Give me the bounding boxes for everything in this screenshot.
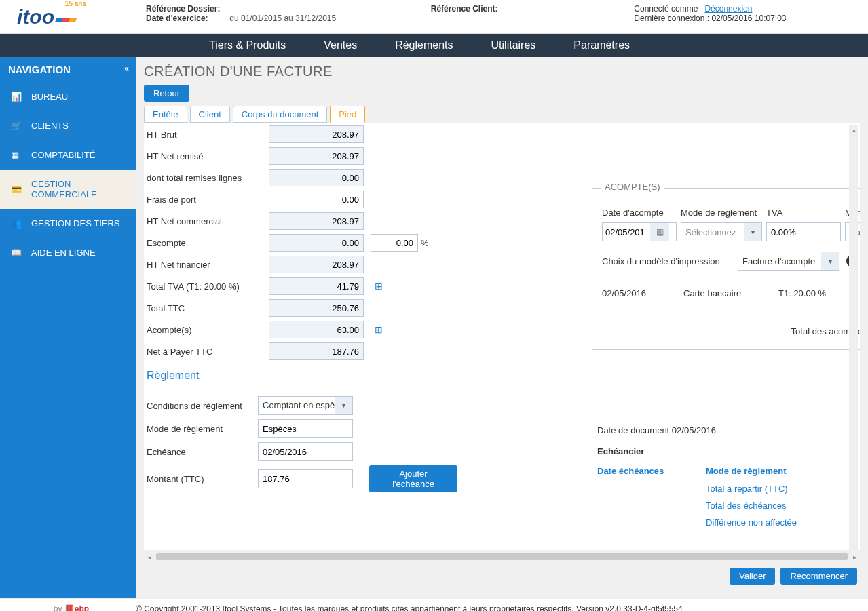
footer-logo: by 📕ebp <box>7 604 136 612</box>
footer: by 📕ebp © Copyright 2001-2013 Itool Syst… <box>0 598 868 611</box>
menu-tiers-produits[interactable]: Tiers & Produits <box>190 34 305 57</box>
cond-label: Conditions de règlement <box>147 401 255 411</box>
chevron-down-icon[interactable]: ▾ <box>744 223 761 241</box>
remises-lignes-label: dont total remises lignes <box>147 170 269 186</box>
ht-net-remise-input <box>269 147 364 165</box>
menu-ventes[interactable]: Ventes <box>305 34 376 57</box>
tabs: Entête Client Corps du document Pied <box>144 106 860 123</box>
scroll-left-icon[interactable]: ◂ <box>144 553 155 561</box>
sidebar-item-gestion-tiers[interactable]: 👥GESTION DES TIERS <box>0 209 136 238</box>
add-echeance-button[interactable]: Ajouter l'échéance <box>369 465 457 492</box>
acomptes-legend: ACOMPTE(S) <box>601 182 664 192</box>
echeance-label: Echéance <box>147 447 255 457</box>
tab-client[interactable]: Client <box>190 106 230 123</box>
acompte-date-input[interactable]: ▦ <box>602 222 677 241</box>
main-menubar: Tiers & Produits Ventes Règlements Utili… <box>0 34 868 57</box>
card-icon: 💳 <box>11 184 22 195</box>
ht-net-fin-label: HT Net financier <box>147 257 269 273</box>
ref-dossier-label: Référence Dossier: <box>146 4 227 14</box>
last-conn-label: Dernière connexion : <box>634 14 709 23</box>
acomptes-fieldset: ACOMPTE(S) Date d'acompte Mode de règlem… <box>592 188 860 350</box>
montant-ttc-input[interactable] <box>258 469 353 488</box>
logout-link[interactable]: Déconnexion <box>704 4 752 14</box>
print-model-label: Choix du modèle d'impression <box>602 256 731 267</box>
ac-list-tva: T1: 20.00 % <box>778 288 860 298</box>
cond-select[interactable]: Comptant en espè▾ <box>258 396 353 415</box>
ac-list-mode: Carte bancaire <box>683 288 778 298</box>
menu-reglements[interactable]: Règlements <box>376 34 472 57</box>
vertical-scrollbar[interactable]: ▴ ▾ <box>849 125 858 547</box>
ht-net-comm-input <box>269 212 364 230</box>
last-conn-value: 02/05/2016 10:07:03 <box>711 14 786 23</box>
acompte-mode-select[interactable]: Sélectionnez▾ <box>681 222 762 241</box>
ac-head-tva: TVA <box>766 208 841 218</box>
horizontal-scrollbar[interactable]: ◂ ▸ <box>144 551 860 562</box>
calculator-icon[interactable]: ⊞ <box>375 281 383 292</box>
acomptes-total-label: Acompte(s) <box>147 322 269 338</box>
ac-head-date: Date d'acompte <box>602 208 677 218</box>
collapse-icon[interactable]: « <box>124 64 129 73</box>
tab-entete[interactable]: Entête <box>144 106 187 123</box>
ht-net-remise-label: HT Net remisé <box>147 149 269 164</box>
sidebar-item-clients[interactable]: 🛒CLIENTS <box>0 111 136 140</box>
chevron-down-icon[interactable]: ▾ <box>335 397 352 414</box>
sidebar-item-comptabilite[interactable]: ▦COMPTABILITÉ <box>0 140 136 170</box>
chart-icon: 📊 <box>11 92 22 102</box>
reglement-title: Règlement <box>144 360 860 389</box>
date-exercice-label: Date d'exercice: <box>146 14 227 23</box>
total-ttc-label: Total TTC <box>147 300 269 316</box>
sidebar-item-aide[interactable]: 📖AIDE EN LIGNE <box>0 238 136 267</box>
mode-label: Mode de règlement <box>147 424 255 434</box>
acompte-tva-input[interactable] <box>766 222 841 241</box>
date-exercice-value: du 01/01/2015 au 31/12/2015 <box>229 14 336 23</box>
print-model-select[interactable]: Facture d'acompte▾ <box>738 252 839 271</box>
menu-parametres[interactable]: Paramètres <box>554 34 649 57</box>
escompte-pct-input[interactable] <box>371 234 418 252</box>
page-title: CRÉATION D'UNE FACTURE <box>144 57 860 85</box>
ech-row-label: Total à repartir (TTC) <box>706 484 855 494</box>
cart-icon: 🛒 <box>11 121 22 131</box>
escompte-input <box>269 234 364 252</box>
frais-port-label: Frais de port <box>147 192 269 208</box>
calculator-icon[interactable]: ⊞ <box>375 324 383 335</box>
scroll-up-icon[interactable]: ▴ <box>849 125 858 135</box>
menu-utilitaires[interactable]: Utilitaires <box>472 34 555 57</box>
total-tva-input <box>269 277 364 295</box>
sidebar-item-bureau[interactable]: 📊BUREAU <box>0 82 136 111</box>
ht-net-fin-input <box>269 256 364 273</box>
ac-head-mode: Mode de règlement <box>681 208 762 218</box>
doc-date: Date de document 02/05/2016 <box>597 425 860 435</box>
acomptes-total-input <box>269 321 364 338</box>
echeance-input[interactable] <box>258 442 353 461</box>
chevron-down-icon[interactable]: ▾ <box>821 252 839 270</box>
sidebar: NAVIGATION « 📊BUREAU 🛒CLIENTS ▦COMPTABIL… <box>0 57 136 598</box>
tab-pied[interactable]: Pied <box>330 106 365 123</box>
ht-brut-label: HT Brut <box>147 127 269 142</box>
escompte-label: Escompte <box>147 235 269 251</box>
sidebar-title: NAVIGATION « <box>0 57 136 82</box>
eh-mode: Mode de règlement <box>706 466 855 476</box>
users-icon: 👥 <box>11 218 22 229</box>
net-payer-input <box>269 342 364 360</box>
valider-button[interactable]: Valider <box>730 568 776 585</box>
calendar-icon[interactable]: ▦ <box>650 223 669 241</box>
tab-corps[interactable]: Corps du document <box>233 106 327 123</box>
mode-input[interactable] <box>258 419 353 438</box>
footer-copyright: © Copyright 2001-2013 Itool Systems - To… <box>136 604 683 612</box>
logo: itoo15 ans <box>0 0 136 33</box>
tab-content: HT Brut HT Net remisé dont total remises… <box>144 123 860 550</box>
remises-lignes-input <box>269 169 364 186</box>
frais-port-input[interactable] <box>269 191 364 208</box>
ac-list-date: 02/05/2016 <box>602 288 683 298</box>
echeancier-label: Echéancier <box>597 446 860 456</box>
calculator-icon: ▦ <box>11 150 22 160</box>
total-tva-label: Total TVA (T1: 20.00 %) <box>147 279 269 294</box>
recommencer-button[interactable]: Recommencer <box>780 568 857 585</box>
sidebar-item-gestion-commerciale[interactable]: 💳GESTION COMMERCIALE <box>0 170 136 209</box>
ech-row-label: Différence non affectée <box>706 517 855 528</box>
back-button[interactable]: Retour <box>144 85 189 102</box>
total-ttc-input <box>269 299 364 317</box>
scroll-right-icon[interactable]: ▸ <box>849 553 860 561</box>
ref-client-label: Référence Client: <box>431 4 512 14</box>
pct-sign: % <box>418 238 429 248</box>
